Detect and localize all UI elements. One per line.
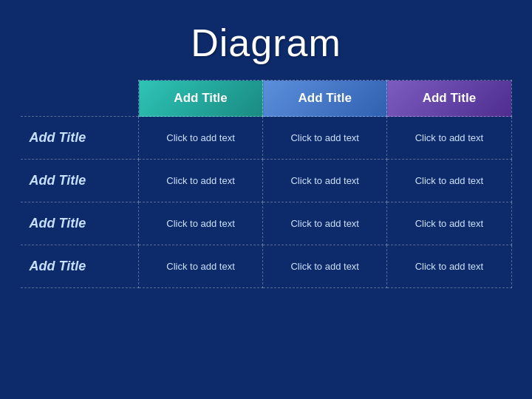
table-row: Add TitleClick to add textClick to add t… bbox=[21, 160, 512, 202]
header-col2[interactable]: Add Title bbox=[263, 81, 387, 117]
table-container: Add Title Add Title Add Title Add TitleC… bbox=[0, 80, 532, 288]
table-row: Add TitleClick to add textClick to add t… bbox=[21, 202, 512, 245]
cell-3-1[interactable]: Click to add text bbox=[263, 245, 387, 288]
table-row: Add TitleClick to add textClick to add t… bbox=[21, 245, 512, 288]
cell-2-2[interactable]: Click to add text bbox=[387, 202, 511, 245]
cell-1-0[interactable]: Click to add text bbox=[139, 160, 263, 202]
cell-0-2[interactable]: Click to add text bbox=[387, 117, 511, 160]
row-title-2[interactable]: Add Title bbox=[21, 202, 139, 245]
table-row: Add TitleClick to add textClick to add t… bbox=[21, 117, 512, 160]
cell-2-0[interactable]: Click to add text bbox=[139, 202, 263, 245]
cell-1-1[interactable]: Click to add text bbox=[263, 160, 387, 202]
cell-1-2[interactable]: Click to add text bbox=[387, 160, 511, 202]
cell-3-0[interactable]: Click to add text bbox=[139, 245, 263, 288]
row-title-3[interactable]: Add Title bbox=[21, 245, 139, 288]
row-title-0[interactable]: Add Title bbox=[21, 117, 139, 160]
header-col3[interactable]: Add Title bbox=[387, 81, 511, 117]
cell-3-2[interactable]: Click to add text bbox=[387, 245, 511, 288]
cell-2-1[interactable]: Click to add text bbox=[263, 202, 387, 245]
header-col0[interactable] bbox=[21, 81, 139, 117]
cell-0-1[interactable]: Click to add text bbox=[263, 117, 387, 160]
header-col1[interactable]: Add Title bbox=[139, 81, 263, 117]
diagram-table: Add Title Add Title Add Title Add TitleC… bbox=[21, 80, 512, 288]
page-title[interactable]: Diagram bbox=[0, 0, 532, 80]
row-title-1[interactable]: Add Title bbox=[21, 160, 139, 202]
cell-0-0[interactable]: Click to add text bbox=[139, 117, 263, 160]
